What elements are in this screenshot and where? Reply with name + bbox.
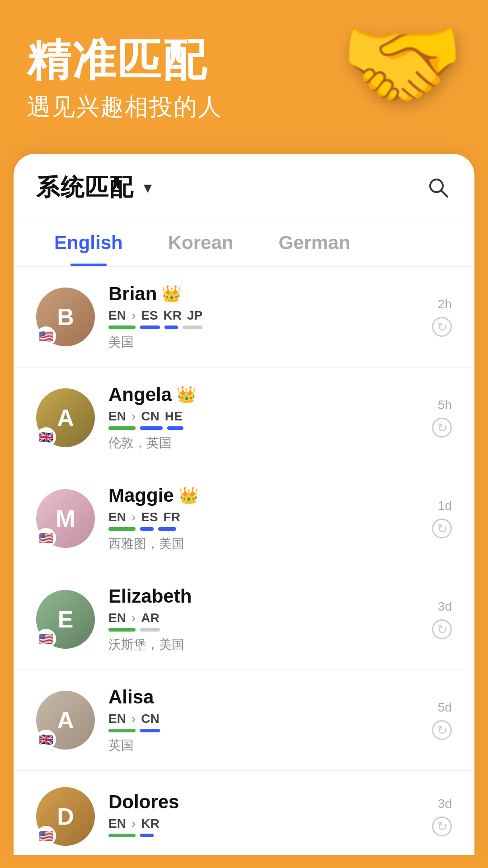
user-name: Dolores (108, 791, 179, 813)
user-info: Angela 👑 EN › CN HE 伦敦，英国 (108, 384, 402, 452)
refresh-icon[interactable]: ↻ (432, 519, 452, 538)
lang-row: EN › KR (108, 816, 402, 831)
avatar: A 🇬🇧 (36, 691, 95, 750)
time-label: 1d (438, 499, 452, 513)
user-location: 沃斯堡，美国 (108, 636, 402, 653)
lang-row: EN › ES KR JP (108, 308, 402, 323)
svg-line-1 (441, 190, 447, 197)
user-meta: 5d ↻ (416, 700, 452, 740)
lang-bars (108, 628, 402, 632)
user-location: 伦敦，英国 (108, 434, 402, 452)
user-info: Alisa EN › CN 英国 (108, 686, 402, 754)
list-item[interactable]: E 🇺🇸 Elizabeth EN › AR 沃斯堡，美国 (14, 569, 474, 670)
user-meta: 3d ↻ (416, 797, 452, 836)
user-location: 英国 (108, 737, 402, 754)
header-section: 精准匹配 遇见兴趣相投的人 🤝 (0, 0, 488, 154)
avatar: B 🇺🇸 (36, 288, 95, 346)
user-name: Elizabeth (108, 585, 192, 607)
crown-icon: 👑 (161, 284, 182, 303)
list-item[interactable]: A 🇬🇧 Alisa EN › CN 英国 (14, 670, 474, 771)
search-bar: 系统匹配 ▾ (14, 154, 474, 217)
refresh-icon[interactable]: ↻ (432, 619, 452, 639)
user-location: 美国 (108, 334, 402, 351)
user-meta: 5h ↻ (416, 398, 452, 438)
handshake-icon: 🤝 (330, 9, 474, 136)
user-meta: 3d ↻ (416, 599, 452, 639)
user-name-row: Alisa (108, 686, 402, 708)
lang-row: EN › CN (108, 712, 402, 726)
lang-bars (108, 729, 402, 733)
lang-bars (108, 426, 402, 431)
flag-badge: 🇺🇸 (36, 629, 56, 649)
list-item[interactable]: D 🇺🇸 Dolores EN › KR 3d (14, 771, 474, 855)
lang-bars (108, 527, 402, 532)
user-name-row: Dolores (108, 791, 402, 813)
lang-row: EN › AR (108, 611, 402, 625)
search-icon (427, 176, 450, 199)
user-meta: 2h ↻ (416, 297, 452, 337)
time-label: 2h (438, 297, 452, 311)
list-item[interactable]: A 🇬🇧 Angela 👑 EN › CN HE (14, 368, 474, 468)
user-info: Maggie 👑 EN › ES FR 西雅图，美国 (108, 485, 402, 552)
lang-row: EN › CN HE (108, 409, 402, 424)
tab-german[interactable]: German (256, 217, 373, 266)
user-name-row: Elizabeth (108, 585, 402, 607)
chevron-down-icon[interactable]: ▾ (144, 178, 152, 197)
refresh-icon[interactable]: ↻ (432, 317, 452, 337)
tabs-container: English Korean German (14, 217, 474, 267)
avatar: E 🇺🇸 (36, 590, 95, 649)
lang-bars (108, 834, 402, 838)
user-meta: 1d ↻ (416, 499, 452, 538)
search-left: 系统匹配 ▾ (36, 172, 152, 203)
time-label: 5d (438, 700, 452, 715)
refresh-icon[interactable]: ↻ (432, 418, 452, 438)
tab-korean[interactable]: Korean (145, 217, 256, 266)
main-card: 系统匹配 ▾ English Korean German B 🇺🇸 (14, 154, 474, 855)
search-button[interactable] (425, 174, 452, 201)
user-list: B 🇺🇸 Brian 👑 EN › ES KR JP (14, 267, 474, 855)
lang-row: EN › ES FR (108, 510, 402, 524)
user-name: Angela (108, 384, 172, 406)
time-label: 3d (438, 797, 452, 811)
time-label: 3d (438, 599, 452, 614)
avatar: M 🇺🇸 (36, 489, 95, 548)
flag-badge: 🇬🇧 (36, 427, 56, 447)
user-name: Brian (108, 283, 157, 305)
user-name-row: Brian 👑 (108, 283, 402, 305)
time-label: 5h (438, 398, 452, 412)
search-title: 系统匹配 (36, 172, 134, 203)
tab-english[interactable]: English (32, 217, 145, 266)
crown-icon: 👑 (178, 486, 199, 505)
user-name: Alisa (108, 686, 154, 708)
user-name: Maggie (108, 485, 174, 506)
user-info: Elizabeth EN › AR 沃斯堡，美国 (108, 585, 402, 653)
user-name-row: Angela 👑 (108, 384, 402, 406)
list-item[interactable]: B 🇺🇸 Brian 👑 EN › ES KR JP (14, 267, 474, 368)
refresh-icon[interactable]: ↻ (432, 816, 452, 836)
lang-bars (108, 326, 402, 330)
user-info: Dolores EN › KR (108, 791, 402, 842)
avatar: A 🇬🇧 (36, 388, 95, 447)
flag-badge: 🇺🇸 (36, 528, 56, 548)
refresh-icon[interactable]: ↻ (432, 720, 452, 740)
user-info: Brian 👑 EN › ES KR JP 美国 (108, 283, 402, 351)
flag-badge: 🇬🇧 (36, 730, 56, 750)
user-location: 西雅图，美国 (108, 535, 402, 552)
avatar: D 🇺🇸 (36, 787, 95, 846)
flag-badge: 🇺🇸 (36, 826, 56, 846)
flag-badge: 🇺🇸 (36, 326, 56, 346)
crown-icon: 👑 (176, 385, 197, 404)
list-item[interactable]: M 🇺🇸 Maggie 👑 EN › ES FR (14, 468, 474, 569)
user-name-row: Maggie 👑 (108, 485, 402, 506)
